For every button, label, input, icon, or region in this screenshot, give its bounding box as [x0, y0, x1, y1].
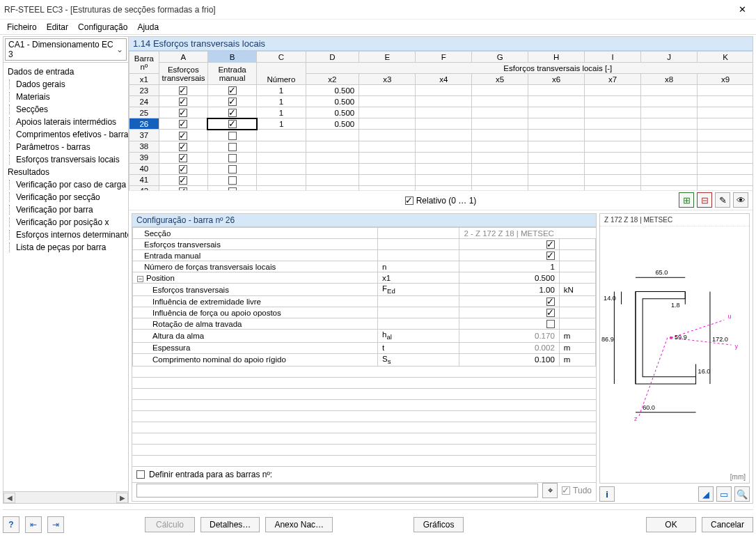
checkbox-icon: [405, 196, 414, 205]
nav-item[interactable]: Materiais: [3, 91, 128, 103]
checkbox-icon[interactable]: [546, 252, 555, 260]
checkbox-icon[interactable]: [179, 165, 187, 173]
nav-item[interactable]: Verificação por caso de carga: [3, 178, 128, 191]
checkbox-icon[interactable]: [546, 309, 555, 317]
sidebar-hscroll[interactable]: ◀ ▶: [3, 491, 128, 503]
data-grid[interactable]: Barranº A B C D E F G H I J K L: [129, 51, 753, 190]
export-excel-button[interactable]: ⊞: [679, 192, 694, 208]
svg-text:14.0: 14.0: [604, 295, 616, 302]
import-excel-button[interactable]: ⊟: [697, 192, 712, 208]
checkbox-icon[interactable]: [179, 120, 187, 128]
pick-members-button[interactable]: ⌖: [542, 483, 558, 498]
sidebar: CA1 - Dimensionamento EC 3 Dados de entr…: [3, 36, 128, 504]
prev-button[interactable]: ⇤: [25, 516, 42, 533]
nav-item[interactable]: Secções: [3, 103, 128, 116]
define-members-checkbox[interactable]: [136, 470, 145, 479]
view-mode-1-button[interactable]: ◢: [698, 486, 714, 502]
table-row[interactable]: 2610.500: [129, 118, 753, 130]
details-button[interactable]: Detalhes…: [200, 517, 260, 532]
svg-text:172.0: 172.0: [712, 336, 728, 343]
checkbox-icon[interactable]: [228, 98, 237, 106]
cancel-button[interactable]: Cancelar: [702, 517, 753, 532]
zoom-button[interactable]: 🔍: [734, 486, 750, 502]
nav-item[interactable]: Parâmetros - barras: [3, 141, 128, 153]
close-button[interactable]: ✕: [733, 3, 752, 16]
svg-text:u: u: [727, 313, 731, 320]
checkbox-icon[interactable]: [179, 143, 187, 151]
menu-edit[interactable]: Editar: [47, 22, 68, 32]
table-row[interactable]: 41: [129, 174, 753, 185]
checkbox-icon[interactable]: [179, 176, 187, 185]
nav-item[interactable]: Verificação por posição x: [3, 216, 128, 229]
table-row[interactable]: 39: [129, 152, 753, 163]
checkbox-icon[interactable]: [228, 165, 237, 173]
checkbox-icon[interactable]: [228, 143, 237, 151]
nav-item[interactable]: Verificação por barra: [3, 203, 128, 216]
checkbox-icon[interactable]: [179, 98, 187, 106]
nav-item[interactable]: Dados gerais: [3, 78, 128, 91]
checkbox-icon[interactable]: [228, 176, 237, 185]
menu-bar: Ficheiro Editar Configuração Ajuda: [0, 20, 756, 35]
checkbox-icon[interactable]: [546, 298, 555, 306]
menu-file[interactable]: Ficheiro: [7, 22, 37, 32]
table-row[interactable]: 2310.500: [129, 85, 753, 96]
svg-text:1.8: 1.8: [671, 302, 680, 309]
nav-item[interactable]: Apoios laterais intermédios: [3, 116, 128, 128]
svg-text:65.0: 65.0: [655, 269, 668, 276]
table-row[interactable]: 38: [129, 141, 753, 152]
help-button[interactable]: ?: [3, 516, 19, 533]
window-title: RF-STEEL EC3 - [Estruturas de secções fo…: [4, 5, 216, 15]
checkbox-icon[interactable]: [228, 132, 237, 140]
checkbox-icon[interactable]: [228, 109, 237, 117]
table-row[interactable]: 2510.500: [129, 107, 753, 118]
members-input[interactable]: [136, 484, 538, 497]
nav-item[interactable]: Lista de peças por barra: [3, 241, 128, 254]
view-mode-2-button[interactable]: ▭: [716, 486, 732, 502]
table-row[interactable]: 40: [129, 163, 753, 174]
table-row[interactable]: 37: [129, 130, 753, 141]
nav-group-results[interactable]: Resultados: [3, 166, 128, 178]
section-drawing: u y z 65.0 14.0 1.8 86.9 59.9 172.0 16.0…: [600, 235, 749, 441]
view-button[interactable]: 👁: [733, 192, 748, 208]
checkbox-icon[interactable]: [179, 154, 187, 162]
scroll-right-icon[interactable]: ▶: [116, 493, 128, 503]
menu-config[interactable]: Configuração: [78, 22, 127, 32]
checkbox-icon[interactable]: [179, 132, 187, 140]
national-annex-button[interactable]: Anexo Nac…: [265, 517, 333, 532]
svg-point-8: [670, 337, 672, 339]
nav-item[interactable]: Comprimentos efetivos - barras: [3, 128, 128, 141]
checkbox-icon[interactable]: [179, 109, 187, 117]
graphics-button[interactable]: Gráficos: [414, 517, 464, 532]
case-selector[interactable]: CA1 - Dimensionamento EC 3: [5, 38, 127, 61]
checkbox-icon[interactable]: [179, 86, 187, 95]
filter-button[interactable]: ✎: [715, 192, 730, 208]
ok-button[interactable]: OK: [646, 517, 696, 532]
menu-help[interactable]: Ajuda: [137, 22, 159, 32]
nav-item[interactable]: Verificação por secção: [3, 191, 128, 203]
section-preview[interactable]: Z 172 Z 18 | METSEC: [599, 213, 750, 484]
title-bar: RF-STEEL EC3 - [Estruturas de secções fo…: [0, 0, 756, 20]
property-table[interactable]: Secção2 - Z 172 Z 18 | METSEC Esforços t…: [132, 227, 596, 367]
next-button[interactable]: ⇥: [47, 516, 64, 533]
checkbox-icon[interactable]: [228, 154, 237, 162]
calculate-button[interactable]: Cálculo: [145, 517, 195, 532]
unit-label: [mm]: [730, 473, 746, 481]
checkbox-icon[interactable]: [546, 240, 555, 249]
scroll-left-icon[interactable]: ◀: [3, 493, 15, 503]
all-checkbox[interactable]: [562, 486, 570, 495]
info-button[interactable]: i: [599, 486, 615, 502]
relativo-check[interactable]: Relativo (0 … 1): [405, 196, 477, 206]
nav-group-input[interactable]: Dados de entrada: [3, 65, 128, 78]
grid-wrapper[interactable]: Barranº A B C D E F G H I J K L: [129, 51, 753, 190]
property-footer: Definir entrada para as barras nº:: [132, 466, 596, 482]
content-title: 1.14 Esforços transversais locais: [129, 37, 753, 51]
table-row[interactable]: 2410.500: [129, 96, 753, 107]
checkbox-icon[interactable]: [546, 320, 555, 328]
checkbox-icon[interactable]: [228, 86, 237, 95]
bottom-bar: ? ⇤ ⇥ Cálculo Detalhes… Anexo Nac… Gráfi…: [3, 509, 753, 533]
checkbox-icon[interactable]: [228, 120, 237, 128]
preview-panel: Z 172 Z 18 | METSEC: [599, 213, 750, 502]
nav-tree: Dados de entrada Dados gerais Materiais …: [3, 62, 128, 491]
nav-item-selected[interactable]: Esforços transversais locais: [3, 153, 128, 166]
nav-item[interactable]: Esforços internos determinantes: [3, 229, 128, 241]
